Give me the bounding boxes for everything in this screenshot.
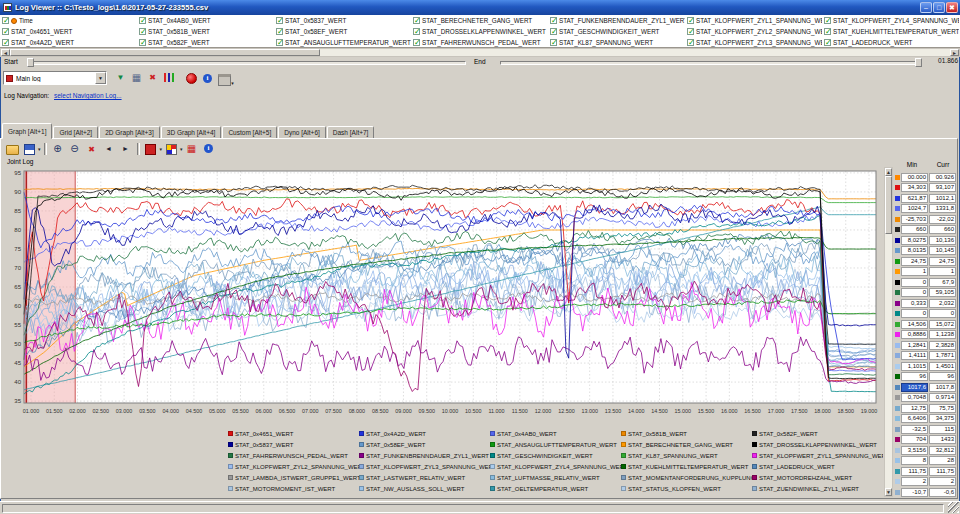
stats-row[interactable]: 3,515632,812 (895, 445, 958, 456)
signal-checkbox-item[interactable]: Time (0, 15, 137, 26)
stats-row[interactable]: 22 (895, 477, 958, 488)
scroll-right-icon[interactable]: ► (950, 49, 959, 56)
stats-row[interactable]: 24,7524,75 (895, 256, 958, 267)
signal-checkbox-item[interactable]: STAT_BERECHNETER_GANG_WERT (411, 15, 548, 26)
legend-item[interactable]: STAT_0x4AB0_WERT (490, 428, 621, 439)
vscroll-thumb[interactable] (885, 176, 892, 234)
stats-row[interactable]: 0,3332,032 (895, 298, 958, 309)
signals-hscrollbar[interactable]: ◄ ► (0, 48, 960, 57)
signal-checkbox-item[interactable]: STAT_0x581B_WERT (137, 26, 274, 37)
signal-checkbox-item[interactable]: STAT_KLOPFWERT_ZYL1_SPANNUNG_WERT (685, 15, 822, 26)
stats-row[interactable]: 7041433 (895, 435, 958, 446)
signal-checkbox-item[interactable]: STAT_LADEDRUCK_WERT (822, 37, 959, 48)
legend-item[interactable]: STAT_NW_AUSLASS_SOLL_WERT (359, 483, 490, 494)
legend-item[interactable]: STAT_OELTEMPERATUR_WERT (490, 483, 621, 494)
zoom-out-icon[interactable] (67, 142, 83, 156)
legend-item[interactable]: STAT_FUNKENBRENNDAUER_ZYL1_WERT (359, 450, 490, 461)
legend-item[interactable]: STAT_STATUS_KLOPFEN_WERT (621, 483, 752, 494)
clear-zoom-icon[interactable] (84, 142, 100, 156)
print-button[interactable]: ▾ (216, 71, 236, 85)
legend-item[interactable]: STAT_KL87_SPANNUNG_WERT (621, 450, 752, 461)
stats-row[interactable]: 059,105 (895, 288, 958, 299)
signal-checkbox-item[interactable]: STAT_0x4651_WERT (0, 26, 137, 37)
jump-down-button[interactable] (113, 71, 128, 85)
select-navigation-log-link[interactable]: select Navigation Log... (54, 92, 122, 99)
legend-item[interactable]: STAT_0x5837_WERT (228, 439, 359, 450)
legend-item[interactable]: STAT_0x4651_WERT (228, 428, 359, 439)
stats-row[interactable]: 660660 (895, 225, 958, 236)
signal-checkbox-item[interactable]: STAT_FUNKENBRENNDAUER_ZYL1_WERT (548, 15, 685, 26)
end-slider[interactable] (500, 61, 920, 65)
checkbox-icon[interactable] (687, 28, 694, 35)
scroll-left-icon[interactable]: ◄ (1, 49, 10, 56)
legend-item[interactable]: STAT_0x582F_WERT (752, 428, 883, 439)
legend-item[interactable]: STAT_KLOPFWERT_ZYL4_SPANNUNG_WERT (490, 461, 621, 472)
signal-checkbox-item[interactable]: STAT_KLOPFWERT_ZYL4_SPANNUNG_WERT (822, 15, 959, 26)
checkbox-icon[interactable] (139, 28, 146, 35)
checkbox-icon[interactable] (550, 39, 557, 46)
chevron-down-icon[interactable]: ▾ (160, 146, 163, 152)
stats-row[interactable]: 111,75111,75 (895, 466, 958, 477)
joint-log-chart[interactable]: 01.00001.50002.00002.50003.00003.50004.0… (4, 167, 884, 419)
chart-button[interactable] (161, 71, 176, 85)
chevron-down-icon[interactable]: ▾ (38, 146, 41, 152)
checkbox-icon[interactable] (687, 39, 694, 46)
checkbox-icon[interactable] (824, 28, 831, 35)
stats-row[interactable]: 0,88861,1238 (895, 330, 958, 341)
hscroll-track[interactable] (320, 49, 950, 56)
stats-row[interactable]: 067,9 (895, 277, 958, 288)
maximize-button[interactable]: □ (933, 2, 945, 13)
checkbox-icon[interactable] (550, 17, 557, 24)
checkbox-icon[interactable] (276, 17, 283, 24)
legend-item[interactable]: STAT_ANSAUGLUFTTEMPERATUR_WERT (490, 439, 621, 450)
scroll-up-icon[interactable]: ▲ (885, 168, 892, 176)
minimize-button[interactable]: – (920, 2, 932, 13)
signal-checkbox-item[interactable]: STAT_0x5837_WERT (274, 15, 411, 26)
signal-checkbox-item[interactable]: STAT_0x4AB0_WERT (137, 15, 274, 26)
stats-row[interactable]: 9696 (895, 372, 958, 383)
signal-checkbox-item[interactable]: STAT_GESCHWINDIGKEIT_WERT (548, 26, 685, 37)
legend-item[interactable]: STAT_LUFTMASSE_RELATIV_WERT (490, 472, 621, 483)
stats-row[interactable]: 00.00000.926 (895, 172, 958, 183)
open-folder-icon[interactable] (4, 142, 20, 156)
checkbox-icon[interactable] (413, 28, 420, 35)
hscroll-thumb[interactable] (10, 49, 320, 56)
record-button[interactable] (184, 71, 199, 85)
checkbox-icon[interactable] (2, 39, 9, 46)
stats-row[interactable]: 8,013510,145 (895, 246, 958, 257)
start-slider[interactable] (28, 61, 466, 65)
stats-row[interactable]: 828 (895, 456, 958, 467)
stats-row[interactable]: 621,871012,1 (895, 193, 958, 204)
checkbox-icon[interactable] (687, 17, 694, 24)
stats-row[interactable]: -10,7-0,6 (895, 487, 958, 498)
signal-checkbox-item[interactable]: STAT_0x582F_WERT (137, 37, 274, 48)
next-icon[interactable] (118, 142, 134, 156)
legend-item[interactable]: STAT_LAMBDA_ISTWERT_GRUPPE1_WERT (228, 472, 359, 483)
checkbox-icon[interactable] (2, 17, 9, 24)
resize-grip[interactable] (948, 502, 959, 513)
legend-item[interactable]: STAT_FAHRERWUNSCH_PEDAL_WERT (228, 450, 359, 461)
stats-row[interactable]: 1,10151,4501 (895, 361, 958, 372)
legend-item[interactable]: STAT_MOMENTANFORDERUNG_KUPPLUNG_WERT (621, 472, 752, 483)
stats-row[interactable]: 1024,71331,8 (895, 204, 958, 215)
stats-row[interactable]: 00 (895, 309, 958, 320)
legend-item[interactable]: STAT_KLOPFWERT_ZYL2_SPANNUNG_WERT (228, 461, 359, 472)
checkbox-icon[interactable] (550, 28, 557, 35)
legend-item[interactable]: STAT_MOTORMOMENT_IST_WERT (228, 483, 359, 494)
previous-icon[interactable] (101, 142, 117, 156)
signal-checkbox-item[interactable]: STAT_KLOPFWERT_ZYL2_SPANNUNG_WERT (685, 26, 822, 37)
signal-checkbox-item[interactable]: STAT_DROSSELKLAPPENWINKEL_WERT (411, 26, 548, 37)
stats-row[interactable]: 0,70480,9714 (895, 393, 958, 404)
main-log-select[interactable]: Main log ▼ (3, 71, 107, 85)
legend-item[interactable]: STAT_KLOPFWERT_ZYL3_SPANNUNG_WERT (359, 461, 490, 472)
legend-item[interactable]: STAT_MOTORDREHZAHL_WERT (752, 472, 883, 483)
checkbox-icon[interactable] (824, 39, 831, 46)
signal-checkbox-item[interactable]: STAT_KLOPFWERT_ZYL3_SPANNUNG_WERT (685, 37, 822, 48)
legend-item[interactable]: STAT_GESCHWINDIGKEIT_WERT (490, 450, 621, 461)
end-slider-thumb[interactable] (915, 58, 922, 67)
signal-checkbox-item[interactable]: STAT_0x4A2D_WERT (0, 37, 137, 48)
stats-row[interactable]: 1017,61017,8 (895, 382, 958, 393)
checkbox-icon[interactable] (139, 39, 146, 46)
start-slider-thumb[interactable] (27, 58, 34, 67)
stats-row[interactable]: -25,703-22,02 (895, 214, 958, 225)
